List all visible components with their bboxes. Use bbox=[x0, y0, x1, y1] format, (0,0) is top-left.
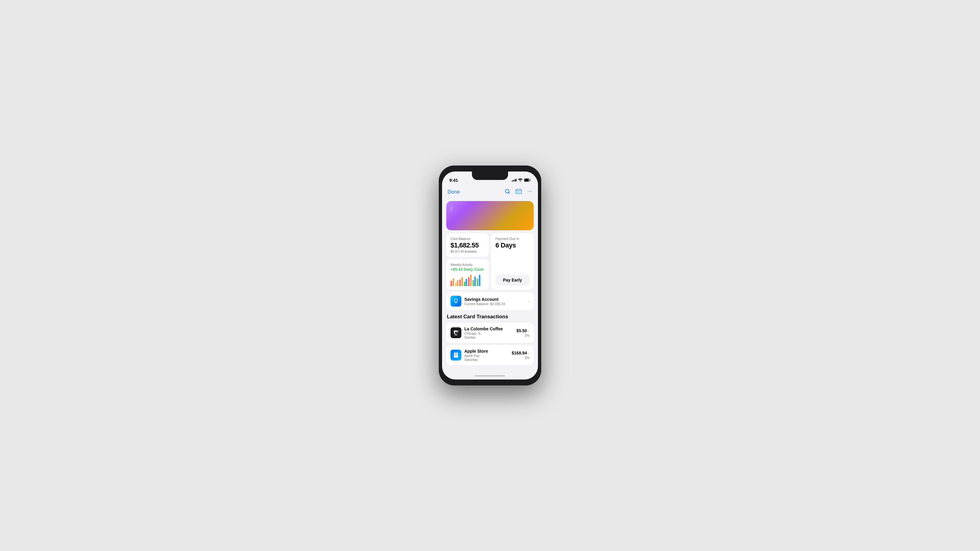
bar-group-6 bbox=[477, 275, 480, 286]
more-icon[interactable] bbox=[527, 189, 533, 195]
bar-5-1 bbox=[474, 276, 476, 286]
card-icon[interactable]: 123 bbox=[515, 189, 522, 195]
nav-bar: Done 123 bbox=[442, 185, 538, 198]
bar-3-1 bbox=[466, 279, 467, 286]
wifi-icon bbox=[518, 178, 523, 182]
bar-group-0 bbox=[450, 278, 454, 286]
savings-chevron-icon: › bbox=[528, 299, 530, 303]
weekly-activity-card: Weekly Activity +$5.43 Daily Cash bbox=[446, 259, 489, 290]
coffee-right: $5.50 › 2% bbox=[517, 328, 530, 337]
svg-rect-1 bbox=[525, 179, 529, 181]
bar-1-0 bbox=[455, 283, 457, 286]
savings-account-card[interactable]: Savings Account Current Balance: $2,106.… bbox=[446, 292, 534, 310]
bar-0-1 bbox=[453, 278, 454, 286]
svg-point-7 bbox=[528, 191, 528, 191]
coffee-name: La Colombe Coffee bbox=[465, 326, 503, 331]
bar-group-3 bbox=[464, 279, 468, 286]
svg-point-8 bbox=[530, 191, 530, 191]
bar-group-1 bbox=[455, 280, 459, 286]
bar-2-1 bbox=[461, 277, 463, 286]
apple-store-name: Apple Store bbox=[465, 349, 488, 354]
apple-logo-icon:  bbox=[450, 205, 453, 212]
coffee-chevron-icon: › bbox=[528, 329, 530, 333]
svg-line-3 bbox=[508, 192, 509, 193]
bar-3-0 bbox=[464, 281, 465, 286]
apple-store-pay: Apple Pay bbox=[465, 354, 488, 357]
search-icon[interactable] bbox=[505, 189, 510, 195]
coffee-amount: $5.50 bbox=[517, 328, 527, 333]
phone-screen: 9:41 Done bbox=[442, 171, 538, 380]
pay-early-button[interactable]: Pay Early bbox=[495, 275, 530, 286]
apple-store-info: Apple Store Apple Pay Saturday bbox=[465, 349, 488, 361]
transaction-item-coffee[interactable]: La Colombe Coffee Chicago, IL Sunday $5.… bbox=[446, 323, 534, 343]
home-bar bbox=[475, 375, 505, 376]
trans-left-coffee: La Colombe Coffee Chicago, IL Sunday bbox=[450, 326, 503, 339]
savings-icon bbox=[450, 296, 461, 306]
battery-icon bbox=[524, 178, 531, 182]
payment-label: Payment Due In bbox=[495, 237, 530, 241]
stats-grid: Card Balance $1,682.55 $8,317.45 Availab… bbox=[446, 233, 534, 290]
apple-store-amount: $168.94 bbox=[512, 351, 527, 356]
transaction-item-apple-store[interactable]: Apple Store Apple Pay Saturday $168.94 ›… bbox=[446, 345, 534, 365]
phone-device: 9:41 Done bbox=[439, 165, 541, 386]
transactions-section: Latest Card Transactions La Colombe Coff… bbox=[446, 314, 534, 367]
svg-text:123: 123 bbox=[517, 191, 520, 193]
svg-point-9 bbox=[531, 191, 531, 191]
coffee-location: Chicago, IL bbox=[465, 332, 503, 335]
bar-group-2 bbox=[459, 277, 463, 286]
payment-due-card: Payment Due In 6 Days Pay Early bbox=[491, 233, 534, 290]
status-icons bbox=[512, 178, 531, 182]
bar-group-4 bbox=[468, 275, 472, 286]
bar-group-5 bbox=[473, 276, 476, 286]
bar-5-0 bbox=[473, 280, 474, 286]
card-balance-card: Card Balance $1,682.55 $8,317.45 Availab… bbox=[446, 233, 489, 257]
apple-store-icon bbox=[450, 349, 461, 360]
scroll-content[interactable]:  mastercard Card Balance $1,682.55 $8,3… bbox=[442, 198, 538, 373]
nav-icons: 123 bbox=[505, 189, 533, 195]
transactions-title: Latest Card Transactions bbox=[446, 314, 534, 320]
home-indicator bbox=[442, 373, 538, 380]
done-button[interactable]: Done bbox=[447, 189, 460, 195]
savings-subtitle: Current Balance: $2,106.19 bbox=[465, 302, 505, 306]
bar-chart bbox=[450, 274, 485, 286]
payment-days: 6 Days bbox=[495, 241, 530, 249]
apple-store-chevron-icon: › bbox=[528, 351, 530, 356]
weekly-label: Weekly Activity bbox=[450, 263, 485, 267]
apple-store-date: Saturday bbox=[465, 358, 488, 361]
savings-title: Savings Account bbox=[465, 297, 505, 302]
apple-card:  mastercard bbox=[446, 201, 534, 230]
bar-4-0 bbox=[468, 277, 469, 286]
balance-value: $1,682.55 bbox=[450, 241, 485, 249]
apple-card-container:  mastercard bbox=[446, 201, 534, 230]
savings-left: Savings Account Current Balance: $2,106.… bbox=[450, 296, 505, 306]
bar-1-1 bbox=[457, 280, 458, 286]
bar-6-1 bbox=[479, 275, 480, 286]
apple-store-cashback: 3% bbox=[525, 356, 530, 360]
bar-6-0 bbox=[477, 278, 478, 286]
weekly-cash: +$5.43 Daily Cash bbox=[450, 267, 485, 272]
apple-store-right: $168.94 › 3% bbox=[512, 351, 530, 360]
signal-icon bbox=[512, 179, 517, 181]
coffee-cashback: 2% bbox=[525, 333, 530, 337]
bar-2-0 bbox=[459, 279, 461, 286]
coffee-info: La Colombe Coffee Chicago, IL Sunday bbox=[465, 326, 503, 339]
coffee-icon bbox=[450, 327, 461, 338]
balance-label: Card Balance bbox=[450, 237, 485, 241]
balance-available: $8,317.45 Available bbox=[450, 250, 485, 253]
savings-info: Savings Account Current Balance: $2,106.… bbox=[465, 297, 505, 306]
coffee-date: Sunday bbox=[465, 335, 503, 339]
status-time: 9:41 bbox=[449, 178, 458, 183]
trans-left-apple-store: Apple Store Apple Pay Saturday bbox=[450, 349, 488, 361]
bar-0-0 bbox=[450, 281, 452, 286]
notch bbox=[472, 171, 508, 180]
bar-4-1 bbox=[470, 275, 472, 286]
